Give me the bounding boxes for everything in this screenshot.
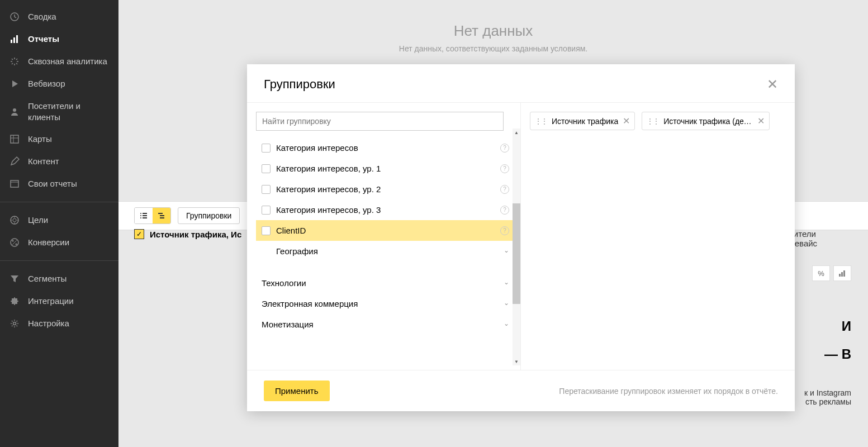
funnel-icon [9, 273, 20, 284]
sidebar-label: Цели [28, 215, 48, 226]
sidebar-item-custom[interactable]: Свои отчеты [0, 173, 118, 195]
gear-icon [9, 318, 20, 329]
chevron-down-icon: ⌄ [504, 299, 509, 308]
sidebar-label: Интеграции [28, 296, 74, 307]
sidebar-item-content[interactable]: Контент [0, 150, 118, 173]
help-icon[interactable]: ? [500, 144, 509, 153]
category-ecommerce[interactable]: Электронная коммерция ⌄ [256, 293, 515, 314]
svg-line-11 [16, 59, 17, 60]
clock-icon [9, 11, 20, 22]
category-technology[interactable]: Технологии ⌄ [256, 273, 515, 293]
sidebar-label: Сводка [28, 11, 56, 22]
sidebar-label: Контент [28, 156, 59, 167]
search-input[interactable] [256, 112, 504, 131]
footer-hint: Перетаскивание группировок изменяет их п… [559, 387, 778, 396]
sidebar-item-settings[interactable]: Настройка [0, 312, 118, 335]
checkbox[interactable] [262, 206, 271, 215]
target-icon [9, 215, 20, 226]
drag-icon[interactable]: ⋮⋮ [647, 117, 659, 125]
sidebar-label: Конверсии [28, 237, 69, 248]
puzzle-icon [9, 296, 20, 307]
sidebar-label: Вебвизор [28, 78, 65, 89]
checkbox[interactable] [262, 226, 271, 235]
sidebar-item-conversions[interactable]: Конверсии [0, 231, 118, 254]
checkbox[interactable] [262, 164, 271, 173]
list-item[interactable]: Категория интересов, ур. 2 ? [256, 179, 515, 199]
chip-label: Источник трафика (деталь... [663, 117, 753, 126]
scroll-up-icon[interactable]: ▲ [513, 129, 520, 136]
svg-rect-16 [11, 180, 18, 187]
modal-right-panel: ⋮⋮ Источник трафика ✕ ⋮⋮ Источник трафик… [521, 103, 795, 370]
svg-rect-3 [16, 35, 18, 43]
svg-rect-13 [11, 135, 18, 143]
grouping-list[interactable]: Категория интересов ? Категория интересо… [256, 137, 520, 361]
svg-point-12 [13, 108, 16, 112]
drag-icon[interactable]: ⋮⋮ [535, 117, 547, 125]
divider [0, 260, 118, 261]
close-icon[interactable]: ✕ [767, 77, 778, 92]
category-label: Технологии [262, 278, 306, 288]
list-item-label: Категория интересов, ур. 3 [276, 205, 381, 215]
modal-left-panel: Категория интересов ? Категория интересо… [247, 103, 521, 370]
list-item[interactable]: Категория интересов, ур. 1 ? [256, 158, 515, 179]
chip-label: Источник трафика [552, 117, 618, 126]
help-icon[interactable]: ? [500, 226, 509, 235]
list-item[interactable]: Категория интересов, ур. 3 ? [256, 199, 515, 220]
sidebar-item-analytics[interactable]: Сквозная аналитика [0, 50, 118, 73]
chip-traffic-source-detail[interactable]: ⋮⋮ Источник трафика (деталь... ✕ [642, 112, 770, 130]
sidebar-label: Настройка [28, 318, 69, 329]
modal-footer: Применить Перетаскивание группировок изм… [247, 370, 795, 411]
close-icon[interactable]: ✕ [757, 116, 765, 126]
sidebar-label: Посетители и клиенты [28, 101, 110, 122]
list-item-label: Категория интересов [276, 143, 358, 153]
sidebar-label: Карты [28, 134, 52, 145]
apply-button[interactable]: Применить [264, 381, 330, 401]
pencil-icon [9, 156, 20, 167]
svg-point-22 [16, 244, 17, 245]
svg-rect-2 [13, 37, 15, 43]
chip-traffic-source[interactable]: ⋮⋮ Источник трафика ✕ [530, 112, 635, 130]
svg-line-8 [12, 59, 13, 60]
help-icon[interactable]: ? [500, 164, 509, 173]
chevron-down-icon: ⌄ [504, 278, 509, 288]
user-icon [9, 106, 20, 117]
checkbox[interactable] [262, 185, 271, 194]
category-label: Электронная коммерция [262, 299, 358, 308]
sidebar-item-segments[interactable]: Сегменты [0, 268, 118, 290]
sidebar-item-reports[interactable]: Отчеты [0, 28, 118, 50]
sidebar-item-webvisor[interactable]: Вебвизор [0, 73, 118, 95]
svg-line-9 [16, 63, 17, 64]
category-geography[interactable]: География ⌄ [256, 241, 515, 261]
selected-chips: ⋮⋮ Источник трафика ✕ ⋮⋮ Источник трафик… [530, 112, 786, 130]
sidebar-item-visitors[interactable]: Посетители и клиенты [0, 95, 118, 128]
svg-point-24 [13, 322, 16, 325]
close-icon[interactable]: ✕ [623, 116, 630, 126]
help-icon[interactable]: ? [500, 185, 509, 194]
divider [0, 202, 118, 202]
help-icon[interactable]: ? [500, 206, 509, 215]
burst-icon [9, 56, 20, 67]
sidebar-item-integrations[interactable]: Интеграции [0, 290, 118, 312]
sidebar-label: Сегменты [28, 273, 67, 284]
play-icon [9, 78, 20, 89]
scrollbar-thumb[interactable] [513, 203, 520, 304]
category-monetization[interactable]: Монетизация ⌄ [256, 314, 515, 335]
sidebar-label: Отчеты [28, 34, 59, 45]
checkbox[interactable] [262, 144, 271, 153]
svg-point-19 [13, 218, 16, 222]
modal-body: Категория интересов ? Категория интересо… [247, 102, 795, 370]
chevron-down-icon: ⌄ [504, 320, 509, 329]
modal-header: Группировки ✕ [247, 64, 795, 102]
list-item-label: Категория интересов, ур. 2 [276, 184, 381, 194]
sidebar-label: Свои отчеты [28, 178, 77, 189]
bars-icon [9, 34, 20, 45]
modal-title: Группировки [264, 77, 335, 92]
sidebar-item-maps[interactable]: Карты [0, 128, 118, 150]
list-item[interactable]: Категория интересов ? [256, 137, 515, 158]
category-label: Монетизация [262, 320, 314, 329]
scroll-down-icon[interactable]: ▼ [513, 358, 520, 365]
svg-line-10 [12, 63, 13, 64]
sidebar-item-summary[interactable]: Сводка [0, 6, 118, 28]
list-item-clientid[interactable]: ClientID ? [256, 220, 515, 241]
sidebar-item-goals[interactable]: Цели [0, 209, 118, 231]
